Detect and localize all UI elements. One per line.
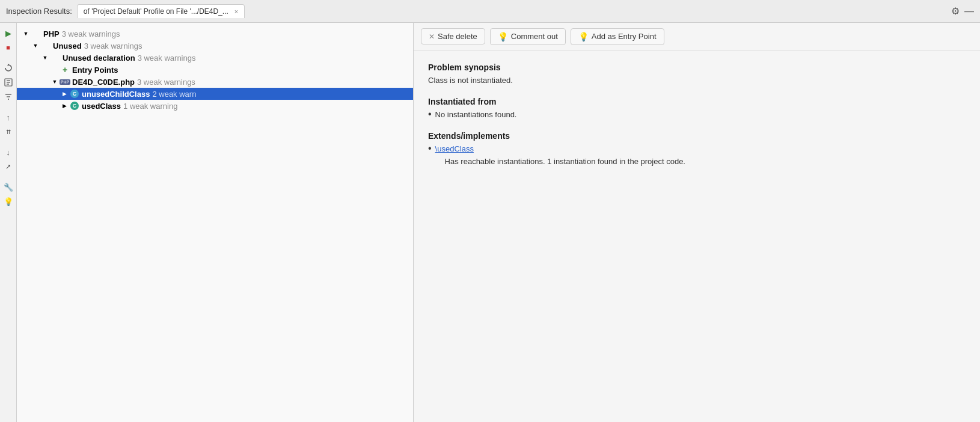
filter-button[interactable] xyxy=(2,90,15,103)
expand-button[interactable]: ↗ xyxy=(2,160,15,173)
instantiated-from-text: No instantiations found. xyxy=(435,110,517,119)
used-class-label: usedClass xyxy=(82,102,121,111)
stop-button[interactable]: ■ xyxy=(2,41,15,54)
tree-item-unused[interactable]: Unused 3 weak warnings xyxy=(17,40,413,52)
extends-item: • \usedClass Has reachable instantiation… xyxy=(428,144,966,168)
problem-synopsis-section: Problem synopsis Class is not instantiat… xyxy=(428,63,966,85)
extends-section: Extends/implements • \usedClass Has reac… xyxy=(428,131,966,168)
tree-item-unused-decl[interactable]: Unused declaration 3 weak warnings xyxy=(17,52,413,64)
collapse-all-button[interactable]: ⇈ xyxy=(2,125,15,138)
bulb-toolbar-icon[interactable]: 💡 xyxy=(2,195,15,208)
unused-decl-arrow xyxy=(41,54,49,62)
title-bar: Inspection Results: of 'Project Default'… xyxy=(0,0,980,23)
entry-points-arrow xyxy=(51,66,59,74)
tree-item-unused-child[interactable]: C unusedChildClass 2 weak warn xyxy=(17,88,413,100)
title-tab-text: of 'Project Default' Profile on File '..… xyxy=(84,7,228,16)
instantiated-from-item: • No instantiations found. xyxy=(428,110,966,119)
wrench-icon[interactable]: 🔧 xyxy=(2,180,15,194)
rerun-button[interactable] xyxy=(2,61,15,75)
bullet-2: • xyxy=(428,144,432,153)
unused-arrow xyxy=(31,41,40,50)
de4d-label: DE4D_C0DE.php xyxy=(72,78,135,87)
extends-link[interactable]: \usedClass xyxy=(435,144,474,153)
entry-points-label: Entry Points xyxy=(72,66,118,75)
entry-bulb-icon: 💡 xyxy=(578,32,589,41)
title-tab[interactable]: of 'Project Default' Profile on File '..… xyxy=(77,4,245,18)
tree-item-entry-points[interactable]: + Entry Points xyxy=(17,64,413,76)
scroll-down-button[interactable]: ↓ xyxy=(2,145,15,159)
run-button[interactable]: ▶ xyxy=(2,26,15,40)
unused-label: Unused xyxy=(53,41,82,50)
problem-synopsis-title: Problem synopsis xyxy=(428,63,966,72)
class-blue-icon: C xyxy=(70,89,79,99)
unused-icon xyxy=(41,41,51,50)
title-tab-close-btn[interactable]: × xyxy=(234,8,238,15)
main-content: ▶ ■ ↑ ⇈ ↓ ↗ 🔧 💡 xyxy=(0,23,980,422)
add-entry-point-button[interactable]: 💡 Add as Entry Point xyxy=(571,28,664,45)
entry-points-plus-icon: + xyxy=(60,65,70,75)
php-sublabel: 3 weak warnings xyxy=(62,29,120,38)
comment-out-button[interactable]: 💡 Comment out xyxy=(490,28,566,45)
de4d-php-icon: PHP xyxy=(60,77,70,87)
bullet-1: • xyxy=(428,109,432,119)
detail-panel: ✕ Safe delete 💡 Comment out 💡 Add as Ent… xyxy=(414,23,980,422)
extends-content: \usedClass Has reachable instantiations.… xyxy=(435,144,685,168)
tree-content: PHP 3 weak warnings Unused 3 weak warnin… xyxy=(17,23,413,422)
safe-delete-x-icon: ✕ xyxy=(429,32,435,41)
comment-out-label: Comment out xyxy=(511,32,558,41)
unused-child-label: unusedChildClass xyxy=(82,90,150,99)
action-bar: ✕ Safe delete 💡 Comment out 💡 Add as Ent… xyxy=(414,23,980,50)
used-class-arrow xyxy=(60,102,69,110)
unused-decl-label: Unused declaration xyxy=(63,54,135,63)
de4d-sublabel: 3 weak warnings xyxy=(137,78,195,87)
app-window: Inspection Results: of 'Project Default'… xyxy=(0,0,980,422)
tree-item-used-class[interactable]: C usedClass 1 weak warning xyxy=(17,100,413,112)
php-label: PHP xyxy=(43,29,60,38)
unused-decl-icon xyxy=(51,53,60,63)
unused-child-sublabel: 2 weak warn xyxy=(152,90,196,99)
used-class-sublabel: 1 weak warning xyxy=(123,102,177,111)
comment-bulb-icon: 💡 xyxy=(498,32,508,41)
de4d-arrow xyxy=(51,78,59,86)
title-minimize-icon[interactable]: — xyxy=(964,6,974,17)
detail-body: Problem synopsis Class is not instantiat… xyxy=(414,50,980,422)
instantiated-from-title: Instantiated from xyxy=(428,97,966,106)
unused-child-arrow xyxy=(60,90,69,98)
php-arrow xyxy=(22,29,30,38)
instantiated-from-section: Instantiated from • No instantiations fo… xyxy=(428,97,966,119)
title-settings-icon[interactable]: ⚙ xyxy=(951,5,960,17)
scroll-up-button[interactable]: ↑ xyxy=(2,111,15,124)
title-bar-label: Inspection Results: xyxy=(6,7,72,16)
unused-sublabel: 3 weak warnings xyxy=(84,41,142,50)
tree-item-de4d[interactable]: PHP DE4D_C0DE.php 3 weak warnings xyxy=(17,76,413,88)
extends-detail-text: Has reachable instantiations. 1 instanti… xyxy=(445,156,685,168)
php-icon xyxy=(31,29,41,38)
safe-delete-button[interactable]: ✕ Safe delete xyxy=(421,28,485,44)
left-toolbar: ▶ ■ ↑ ⇈ ↓ ↗ 🔧 💡 xyxy=(0,23,17,422)
tree-panel: PHP 3 weak warnings Unused 3 weak warnin… xyxy=(17,23,414,422)
add-entry-point-label: Add as Entry Point xyxy=(592,32,657,41)
tree-item-php[interactable]: PHP 3 weak warnings xyxy=(17,28,413,40)
unused-decl-sublabel: 3 weak warnings xyxy=(138,54,196,63)
problem-synopsis-text: Class is not instantiated. xyxy=(428,76,966,85)
safe-delete-label: Safe delete xyxy=(438,32,477,41)
extends-title: Extends/implements xyxy=(428,131,966,141)
class-teal-icon: C xyxy=(70,101,79,111)
export-button[interactable] xyxy=(2,76,15,89)
